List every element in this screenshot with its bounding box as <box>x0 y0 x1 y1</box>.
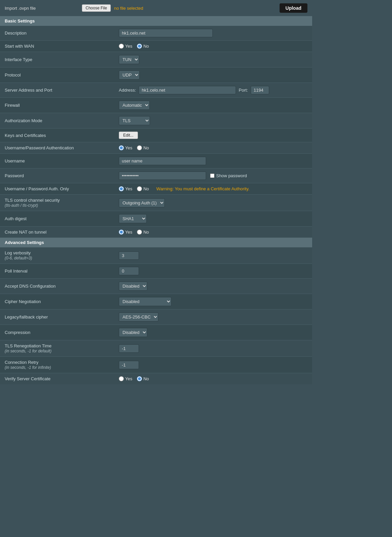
radio-option[interactable] <box>137 230 142 235</box>
table-row: ProtocolUDPTCP <box>0 67 312 83</box>
table-row: Poll Interval <box>0 264 312 279</box>
choose-file-button[interactable]: Choose File <box>82 4 111 12</box>
upload-button[interactable]: Upload <box>280 3 307 13</box>
advanced-settings-table: Log verbosity(0-6, default=3)Poll Interv… <box>0 247 312 384</box>
table-row: PasswordShow password <box>0 168 312 183</box>
table-row: FirewallAutomaticManualNone <box>0 98 312 113</box>
radio-option[interactable] <box>119 186 124 191</box>
table-row: CompressionDisabledAdaptiveYes <box>0 325 312 340</box>
select-input[interactable]: SHA1SHA256SHA512MD5 <box>119 214 147 223</box>
show-password-checkbox[interactable] <box>210 174 214 178</box>
select-input[interactable]: UDPTCP <box>119 70 140 80</box>
edit-button[interactable]: Edit... <box>119 132 138 139</box>
address-input[interactable] <box>139 86 236 94</box>
table-row: Verify Server CertificateYesNo <box>0 373 312 385</box>
table-row: Start with WANYesNo <box>0 41 312 52</box>
table-row: Create NAT on tunnelYesNo <box>0 227 312 238</box>
advanced-settings-header: Advanced Settings <box>0 238 312 247</box>
radio-option[interactable] <box>119 376 124 381</box>
select-input[interactable]: AutomaticManualNone <box>119 101 150 110</box>
basic-settings-header: Basic Settings <box>0 16 312 26</box>
number-input[interactable] <box>119 361 139 369</box>
table-row: Server Address and PortAddress:Port: <box>0 83 312 98</box>
radio-option[interactable] <box>137 44 142 49</box>
select-input[interactable]: TLSStatic KeyNone <box>119 116 150 125</box>
select-input[interactable]: DisabledEnabledEnabled with fallback <box>119 297 172 306</box>
warning-text: Warning: You must define a Certificate A… <box>156 186 249 191</box>
radio-option[interactable] <box>119 44 124 49</box>
radio-option[interactable] <box>119 145 124 150</box>
table-row: Username / Password Auth. OnlyYesNoWarni… <box>0 183 312 195</box>
table-row: Authorization ModeTLSStatic KeyNone <box>0 113 312 129</box>
select-input[interactable]: DisabledEnabled <box>119 282 147 291</box>
text-input[interactable] <box>119 29 213 37</box>
radio-option[interactable] <box>137 186 142 191</box>
select-input[interactable]: TUNTAP <box>119 55 139 64</box>
table-row: Auth digestSHA1SHA256SHA512MD5 <box>0 211 312 227</box>
table-row: Legacy/fallback cipherAES-256-CBCAES-128… <box>0 309 312 325</box>
table-row: Interface TypeTUNTAP <box>0 52 312 67</box>
select-input[interactable]: Outgoing Auth (1)Incoming Auth (0)Disabl… <box>119 198 165 207</box>
radio-option[interactable] <box>119 230 124 235</box>
table-row: TLS Renegotiation Time(in seconds, -1 fo… <box>0 340 312 357</box>
table-row: Log verbosity(0-6, default=3) <box>0 247 312 264</box>
radio-option[interactable] <box>137 376 142 381</box>
text-input[interactable] <box>119 157 206 165</box>
table-row: Description <box>0 26 312 41</box>
basic-settings-table: DescriptionStart with WANYesNoInterface … <box>0 26 312 238</box>
table-row: Keys and CertificatesEdit... <box>0 129 312 142</box>
import-label: Import .ovpn file <box>5 6 79 11</box>
table-row: Cipher NegotiationDisabledEnabledEnabled… <box>0 294 312 309</box>
table-row: Username <box>0 154 312 168</box>
select-input[interactable]: DisabledAdaptiveYes <box>119 328 147 337</box>
password-input[interactable] <box>119 172 206 180</box>
number-input[interactable] <box>119 251 139 260</box>
table-row: Connection Retry(in seconds, -1 for infi… <box>0 357 312 373</box>
no-file-text: no file selected <box>114 6 143 11</box>
port-input[interactable] <box>251 86 269 94</box>
number-input[interactable] <box>119 344 139 353</box>
table-row: Username/Password AuthenticationYesNo <box>0 142 312 154</box>
radio-option[interactable] <box>137 145 142 150</box>
select-input[interactable]: AES-256-CBCAES-128-CBCBF-CBC <box>119 312 158 322</box>
table-row: Accept DNS ConfigurationDisabledEnabled <box>0 279 312 294</box>
table-row: TLS control channel security(tls-auth / … <box>0 195 312 211</box>
number-input[interactable] <box>119 267 139 275</box>
import-row: Import .ovpn file Choose File no file se… <box>0 0 312 16</box>
